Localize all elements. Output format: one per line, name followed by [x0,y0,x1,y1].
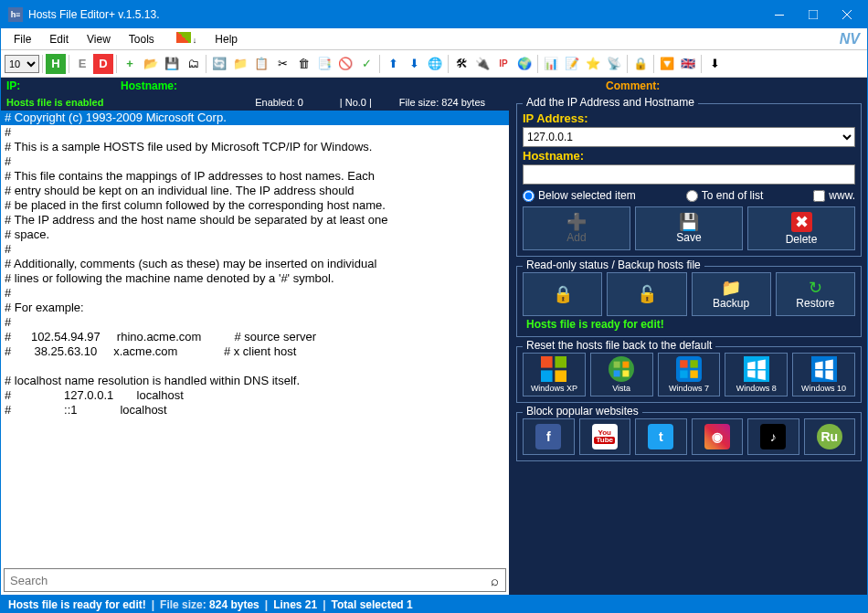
tb-world-icon[interactable]: 🌍 [514,54,535,74]
tb-save-icon[interactable]: 💾 [162,54,182,74]
editor-line[interactable]: # be placed in the first column followed… [1,198,509,213]
tb-net-icon[interactable]: 🔌 [472,54,492,74]
tb-open-icon[interactable]: 📂 [141,54,161,74]
group-reset: Reset the hosts file back to the default… [516,346,862,403]
add-button[interactable]: ➕Add [523,206,630,250]
block-instagram-button[interactable]: ◉ [692,418,744,455]
restore-button[interactable]: ↻Restore [776,272,855,316]
tb-add-icon[interactable]: + [120,54,140,74]
tb-folder-icon[interactable]: 📁 [230,54,250,74]
status-enabled-count: Enabled: 0 [255,97,303,108]
editor-line[interactable]: # 102.54.94.97 rhino.acme.com # source s… [1,330,509,344]
editor-line[interactable]: # [1,242,509,257]
nv-logo: NV [840,31,860,48]
reset-win8-button[interactable]: Windows 8 [725,353,788,396]
editor-line[interactable]: # [1,125,509,140]
tb-ping-icon[interactable]: 📡 [604,54,624,74]
search-input[interactable] [5,574,483,587]
editor-line[interactable]: # Additionally, comments (such as these)… [1,257,509,271]
tb-disable-icon[interactable]: D [93,54,113,74]
ip-address-input[interactable]: 127.0.0.1 [523,127,855,147]
editor-line[interactable]: # ::1 localhost [1,403,509,417]
menu-help[interactable]: Help [206,30,247,48]
tb-cut-icon[interactable]: ✂ [272,54,292,74]
tb-refresh-icon[interactable]: 🔄 [209,54,229,74]
tb-data-icon[interactable]: 🗂 [183,54,203,74]
hostname-input[interactable] [523,164,855,185]
editor-line[interactable]: # [1,286,509,301]
tb-up-icon[interactable]: ⬆ [383,54,403,74]
editor-line[interactable]: # 127.0.0.1 localhost [1,388,509,403]
editor-line[interactable] [1,359,509,374]
block-rutube-button[interactable]: Ru [804,418,856,455]
tb-h-icon[interactable]: H [46,54,66,74]
reset-vista-button[interactable]: Vista [590,353,653,396]
opt-end-of-list[interactable]: To end of list [686,189,763,202]
column-header: IP: Hostname: Comment: [1,78,867,94]
tb-trash-icon[interactable]: 🗑 [293,54,313,74]
tb-update-icon[interactable]: ⬇ [704,54,725,74]
hosts-editor[interactable]: # Copyright (c) 1993-2009 Microsoft Corp… [1,111,509,565]
block-youtube-button[interactable]: YouTube [579,418,631,455]
tb-note-icon[interactable]: 📝 [562,54,582,74]
tb-flush-icon[interactable]: 🛠 [451,54,471,74]
win10-icon [811,356,837,382]
menu-file[interactable]: File [5,30,40,48]
col-comment: Comment: [606,79,862,92]
editor-line[interactable]: # localhost name resolution is handled w… [1,374,509,388]
svg-rect-15 [690,360,697,367]
tb-lang-icon[interactable]: 🇬🇧 [678,54,698,74]
editor-line[interactable]: # 38.25.63.10 x.acme.com # x client host [1,344,509,359]
tb-lock-icon[interactable]: 🔒 [630,54,651,74]
tb-block-icon[interactable]: 🚫 [335,54,355,74]
footer-ready: Hosts file is ready for edit! [8,598,146,611]
font-size-select[interactable]: 10 [5,55,39,73]
editor-line[interactable]: # This file contains the mappings of IP … [1,169,509,184]
editor-line[interactable]: # [1,154,509,169]
editor-line[interactable]: # entry should be kept on an individual … [1,184,509,198]
ip-address-label: IP Address: [523,111,855,125]
tb-export-icon[interactable]: 📑 [314,54,334,74]
group-block: Block popular websites f YouTube t ◉ ♪ R… [516,412,862,461]
tb-globe-icon[interactable]: 🌐 [425,54,445,74]
tb-down-icon[interactable]: ⬇ [404,54,424,74]
tb-ip-icon[interactable]: IP [493,54,513,74]
reset-winxp-button[interactable]: Windows XP [523,353,586,396]
editor-line[interactable]: # Copyright (c) 1993-2009 Microsoft Corp… [1,111,509,125]
menu-flag[interactable]: ↓ [164,29,206,48]
svg-rect-12 [623,370,630,376]
group-reset-title: Reset the hosts file back to the default [523,339,715,352]
close-button[interactable] [826,1,867,28]
editor-line[interactable]: # [1,315,509,330]
tb-clipboard-icon[interactable]: 📋 [251,54,271,74]
backup-button[interactable]: 📁Backup [692,272,771,316]
tb-star-icon[interactable]: ⭐ [583,54,603,74]
col-ip: IP: [6,79,121,92]
opt-www[interactable]: www. [813,189,855,202]
lock-open-button[interactable]: 🔓 [607,272,686,316]
reset-win7-button[interactable]: Windows 7 [658,353,721,396]
editor-line[interactable]: # space. [1,227,509,242]
editor-line[interactable]: # This is a sample HOSTS file used by Mi… [1,140,509,154]
menu-view[interactable]: View [78,30,120,48]
backup-icon: 📁 [721,280,741,296]
winxp-icon [541,356,566,382]
opt-below-selected[interactable]: Below selected item [523,189,636,202]
delete-button[interactable]: ✖Delete [747,206,855,250]
editor-line[interactable]: # The IP address and the host name shoul… [1,213,509,227]
tb-enable-icon[interactable]: E [72,54,92,74]
reset-win10-button[interactable]: Windows 10 [792,353,855,396]
block-twitter-button[interactable]: t [635,418,687,455]
save-button[interactable]: 💾Save [635,206,743,250]
block-tiktok-button[interactable]: ♪ [747,418,799,455]
tb-filter-icon[interactable]: 🔽 [657,54,677,74]
search-icon[interactable]: ⌕ [483,573,505,588]
editor-line[interactable]: # For example: [1,301,509,315]
tb-chart-icon[interactable]: 📊 [541,54,561,74]
lock-red-button[interactable]: 🔒 [523,272,602,316]
editor-line[interactable]: # lines or following the machine name de… [1,271,509,286]
menu-tools[interactable]: Tools [120,30,164,48]
menu-edit[interactable]: Edit [40,30,78,48]
tb-check-icon[interactable]: ✓ [356,54,376,74]
block-facebook-button[interactable]: f [523,418,575,455]
